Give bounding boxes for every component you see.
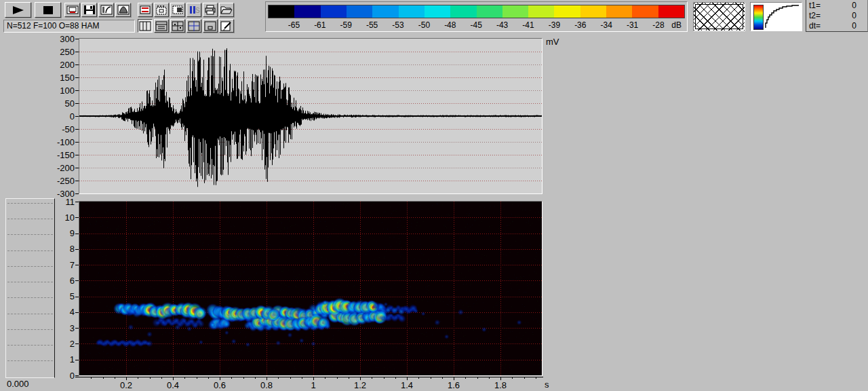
display-frame-icon — [139, 5, 151, 15]
print-button[interactable] — [203, 3, 218, 17]
play-icon — [11, 5, 26, 15]
color-scale-tick-label: -28 — [652, 20, 664, 30]
color-scale[interactable] — [268, 5, 685, 18]
layout-region-button[interactable] — [203, 19, 218, 33]
save-button[interactable] — [81, 3, 97, 17]
color-scale-tick-label: -61 — [314, 20, 326, 30]
waveform-plot[interactable] — [79, 38, 542, 194]
spectrogram-ytick — [75, 234, 79, 234]
time-panel-label: dt= — [809, 21, 821, 31]
layout-cross-icon — [188, 21, 200, 31]
spectrogram-plot[interactable] — [79, 201, 542, 376]
hatch-pattern-box[interactable] — [693, 2, 745, 31]
layout-rows-icon — [155, 21, 167, 31]
edit-button[interactable] — [219, 19, 234, 33]
time-readout: 0.000 — [7, 379, 29, 389]
layout-rows-button[interactable] — [154, 19, 169, 33]
signal-settings-button[interactable]: S — [186, 3, 201, 17]
layout-columns-button[interactable] — [138, 19, 153, 33]
x-axis-tick — [512, 377, 513, 379]
overview-minimap[interactable] — [5, 198, 55, 378]
x-axis-tick-label: 1.4 — [401, 380, 413, 390]
spectrogram-ytick — [75, 280, 79, 281]
color-scale-cell — [450, 5, 476, 18]
minimap-gridline — [7, 219, 53, 219]
color-scale-cell — [554, 5, 580, 18]
x-axis-tick-label: 0.2 — [120, 380, 132, 390]
screenshot-icon — [66, 5, 79, 15]
gamma-curve-button[interactable] — [98, 3, 114, 17]
x-axis-tick — [91, 377, 92, 379]
waveform-ytick — [75, 129, 79, 130]
capture-marks-button[interactable] — [154, 3, 169, 17]
minimap-gridline — [7, 345, 53, 346]
stop-button[interactable] — [35, 2, 61, 18]
spectrogram-ytick — [75, 343, 79, 344]
transfer-curve-box[interactable] — [750, 2, 802, 31]
color-scale-cell — [399, 5, 425, 18]
color-scale-cell — [580, 5, 606, 18]
layout-region-icon — [204, 21, 216, 31]
color-scale-cell — [477, 5, 502, 18]
color-scale-tick-label: -31 — [627, 20, 638, 30]
waveform-ytick — [75, 90, 79, 91]
x-axis-tick-label: 0.8 — [260, 380, 273, 390]
color-scale-cell — [347, 5, 372, 18]
play-button[interactable] — [5, 2, 31, 18]
waveform-ytick — [75, 77, 79, 78]
x-axis-unit-label: s — [545, 379, 549, 390]
spectrogram-ytick — [75, 375, 79, 376]
spectrogram-ytick — [75, 217, 79, 218]
toolbar: S N=512 F=100 O=88 HAM -65-61-59-55-53-5… — [0, 0, 868, 34]
display-frame-button[interactable] — [138, 3, 153, 17]
minimap-gridline — [7, 329, 53, 330]
minimap-gridline — [7, 282, 53, 282]
screenshot-button[interactable] — [64, 3, 80, 17]
time-panel-value: 0 — [852, 11, 856, 20]
analysis-settings-field[interactable]: N=512 F=100 O=88 HAM — [3, 20, 135, 33]
x-axis-tick — [290, 377, 291, 379]
x-axis-tick — [302, 377, 302, 379]
waveform-ytick-label: 0 — [43, 111, 75, 122]
spectrogram-ytick — [75, 249, 79, 250]
x-axis-tick — [465, 377, 466, 379]
capture-region-button[interactable] — [170, 3, 185, 17]
minimap-gridline — [7, 234, 53, 235]
color-scale-cell — [632, 5, 658, 18]
x-axis-tick — [536, 377, 536, 379]
x-axis-tick — [138, 377, 138, 379]
x-axis-tick-label: 0.6 — [214, 380, 226, 390]
open-file-icon — [220, 5, 233, 15]
window-function-button[interactable] — [115, 3, 131, 17]
color-scale-cell — [294, 5, 320, 18]
save-icon — [83, 5, 96, 15]
spectrogram-ytick — [75, 312, 79, 313]
gamma-curve-icon — [100, 5, 113, 15]
minimap-gridline — [7, 314, 53, 314]
minimap-gridline — [7, 297, 53, 298]
x-axis-tick — [197, 377, 197, 379]
print-icon — [204, 5, 216, 15]
x-axis-tick — [372, 377, 372, 379]
open-file-button[interactable] — [219, 3, 234, 17]
color-scale-cell — [425, 5, 450, 18]
time-panel-row: dt=0 — [806, 21, 867, 31]
color-scale-cell — [658, 5, 684, 18]
x-axis-tick — [161, 377, 162, 379]
x-axis-tick — [431, 377, 431, 379]
minimap-gridline — [7, 266, 53, 267]
waveform-ytick — [75, 155, 79, 155]
x-axis-tick — [184, 377, 185, 379]
time-panel-label: t2= — [809, 11, 821, 20]
layout-grid-icon — [172, 21, 184, 31]
x-axis-tick — [115, 377, 115, 379]
waveform-ytick — [75, 142, 79, 143]
layout-grid-button[interactable] — [170, 19, 185, 33]
time-panel-value: 0 — [852, 21, 856, 31]
x-axis-tick-label: 1 — [311, 380, 315, 390]
layout-columns-icon — [139, 21, 151, 31]
transfer-curve-icon — [751, 3, 802, 31]
layout-cross-button[interactable] — [186, 19, 201, 33]
color-scale-cell — [528, 5, 554, 18]
x-axis-tick — [325, 377, 326, 379]
